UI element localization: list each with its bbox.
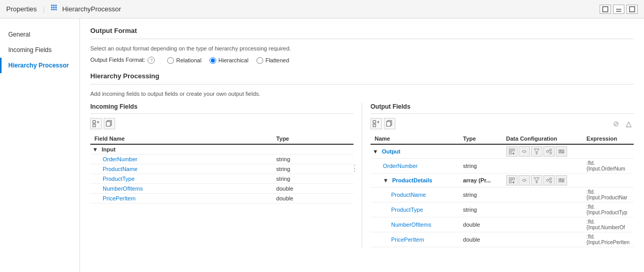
action-settings-pd[interactable] bbox=[556, 175, 567, 185]
table-row: ProductName string bbox=[90, 164, 353, 174]
product-details-label[interactable]: ProductDetails bbox=[392, 177, 432, 183]
table-row: PricePerItem double :fld.{Input.PricePer… bbox=[371, 232, 634, 247]
link-icon bbox=[521, 148, 527, 155]
svg-rect-15 bbox=[93, 124, 95, 127]
svg-rect-4 bbox=[53, 7, 55, 8]
out-price-per-item-type: double bbox=[459, 232, 502, 247]
svg-rect-27 bbox=[512, 149, 514, 151]
sort-icon bbox=[546, 148, 552, 155]
action-filter-output[interactable] bbox=[531, 146, 542, 157]
tab-label: HierarchyProcessor bbox=[62, 5, 121, 13]
out-price-per-item[interactable]: PricePerItem bbox=[371, 232, 459, 247]
maximize-button[interactable] bbox=[600, 5, 611, 14]
table-row: OrderNumber string bbox=[90, 155, 353, 164]
field-product-name[interactable]: ProductName bbox=[90, 164, 272, 174]
header-left: Properties | HierarchyProcessor bbox=[6, 4, 121, 14]
svg-rect-9 bbox=[603, 7, 608, 12]
add-group-button-output[interactable] bbox=[371, 118, 382, 129]
out-product-name-type: string bbox=[459, 188, 502, 202]
svg-point-47 bbox=[550, 178, 552, 180]
sidebar-item-general[interactable]: General bbox=[0, 27, 79, 42]
table-row: ProductType string bbox=[90, 174, 353, 184]
output-fields-toolbar: ⊘ △ bbox=[371, 118, 634, 129]
copy-button-incoming[interactable] bbox=[104, 118, 115, 129]
action-add-pd[interactable] bbox=[506, 175, 518, 185]
radio-hierarchical-label: Hierarchical bbox=[218, 57, 248, 63]
svg-rect-36 bbox=[559, 150, 564, 151]
add-icon-pd bbox=[509, 177, 515, 183]
action-filter-pd[interactable] bbox=[531, 175, 542, 185]
incoming-fields-panel: Incoming Fields bbox=[90, 103, 362, 247]
sidebar-item-hierarchy-processor[interactable]: Hierarchy Processor bbox=[0, 58, 79, 73]
main-layout: General Incoming Fields Hierarchy Proces… bbox=[0, 19, 644, 272]
field-order-number[interactable]: OrderNumber bbox=[90, 155, 272, 164]
action-sort-pd[interactable] bbox=[543, 175, 555, 185]
nav-up-button[interactable]: △ bbox=[623, 118, 634, 129]
action-link-output[interactable] bbox=[519, 146, 530, 157]
radio-flattened[interactable]: Flattened bbox=[256, 57, 289, 64]
sort-icon-pd bbox=[546, 177, 552, 183]
add-group-button[interactable] bbox=[90, 118, 102, 129]
radio-relational-input[interactable] bbox=[167, 57, 174, 64]
out-product-name[interactable]: ProductName bbox=[371, 188, 459, 202]
out-product-type-type: string bbox=[459, 202, 502, 217]
incoming-group-input: ▼ Input bbox=[90, 144, 353, 155]
window-controls bbox=[600, 5, 638, 14]
group-arrow-input: ▼ bbox=[92, 146, 98, 152]
radio-flattened-label: Flattened bbox=[265, 57, 289, 63]
col-out-name: Name bbox=[371, 133, 459, 144]
output-fields-panel-title: Output Fields bbox=[371, 103, 634, 114]
help-icon[interactable]: ? bbox=[148, 57, 155, 64]
out-price-per-item-expr: :fld.{Input.PricePerIten bbox=[583, 232, 634, 247]
product-details-arrow: ▼ bbox=[383, 177, 389, 183]
hp-section-title: Hierarchy Processing bbox=[90, 72, 634, 80]
svg-rect-20 bbox=[373, 121, 376, 123]
output-fields-panel: Output Fields bbox=[371, 103, 634, 247]
product-details-actions bbox=[506, 175, 578, 185]
action-sort-output[interactable] bbox=[543, 146, 555, 157]
out-product-name-expr: :fld.{Input.ProductNar bbox=[583, 188, 634, 202]
col-out-expression: Expression bbox=[583, 133, 634, 144]
col-out-type: Type bbox=[459, 133, 502, 144]
svg-rect-12 bbox=[630, 7, 635, 12]
nav-down-button[interactable]: ⊘ bbox=[611, 118, 621, 129]
out-order-number-type: string bbox=[459, 159, 502, 174]
out-order-number[interactable]: OrderNumber bbox=[371, 159, 459, 174]
radio-relational-label: Relational bbox=[176, 57, 201, 63]
svg-rect-7 bbox=[53, 9, 55, 10]
action-add-output[interactable] bbox=[506, 146, 518, 157]
radio-flattened-input[interactable] bbox=[256, 57, 263, 64]
output-group-actions bbox=[506, 146, 578, 157]
field-price-per-item-type: double bbox=[272, 194, 353, 203]
radio-relational[interactable]: Relational bbox=[167, 57, 201, 64]
output-toolbar-right: ⊘ △ bbox=[611, 118, 634, 129]
svg-rect-2 bbox=[55, 5, 57, 6]
svg-rect-37 bbox=[559, 152, 564, 153]
svg-rect-42 bbox=[509, 181, 511, 183]
field-number-of-items[interactable]: NumberOfItems bbox=[90, 184, 272, 194]
field-product-type[interactable]: ProductType bbox=[90, 174, 272, 184]
out-product-type[interactable]: ProductType bbox=[371, 202, 459, 217]
minimize-button[interactable] bbox=[613, 5, 624, 14]
close-button[interactable] bbox=[626, 5, 638, 14]
incoming-fields-table-wrapper: Field Name Type ▼ Input bbox=[90, 133, 353, 203]
settings-icon bbox=[558, 148, 565, 155]
radio-hierarchical-input[interactable] bbox=[210, 57, 216, 64]
out-number-of-items-expr: :fld.{Input.NumberOf bbox=[583, 217, 634, 232]
field-price-per-item[interactable]: PricePerItem bbox=[90, 194, 272, 203]
field-product-type-type: string bbox=[272, 174, 353, 184]
action-link-pd[interactable] bbox=[519, 175, 530, 185]
svg-rect-26 bbox=[509, 149, 511, 151]
svg-rect-1 bbox=[53, 5, 55, 6]
output-group-label[interactable]: Output bbox=[382, 148, 400, 155]
table-row: ProductName string :fld.{Input.ProductNa… bbox=[371, 188, 634, 202]
action-settings-output[interactable] bbox=[556, 146, 567, 157]
hierarchy-processor-tab[interactable]: HierarchyProcessor bbox=[51, 4, 121, 14]
col-field-name: Field Name bbox=[90, 133, 272, 144]
svg-line-35 bbox=[549, 150, 550, 151]
sidebar-item-incoming-fields[interactable]: Incoming Fields bbox=[0, 42, 79, 58]
out-number-of-items[interactable]: NumberOfItems bbox=[371, 217, 459, 232]
svg-line-49 bbox=[549, 179, 550, 180]
radio-hierarchical[interactable]: Hierarchical bbox=[210, 57, 248, 64]
copy-button-output[interactable] bbox=[384, 118, 395, 129]
